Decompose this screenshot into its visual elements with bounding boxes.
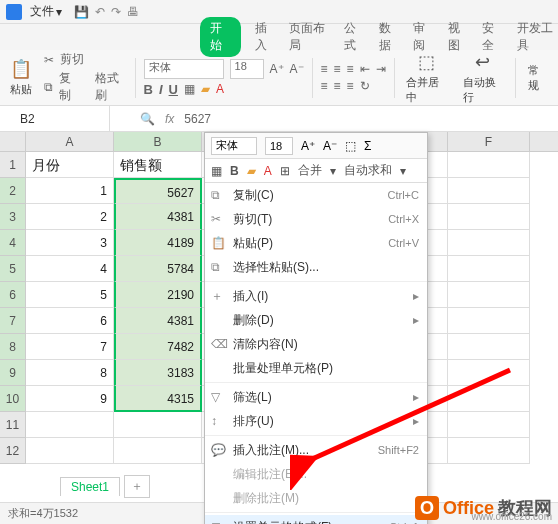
menu-batch[interactable]: 批量处理单元格(P) bbox=[205, 356, 427, 380]
orientation-icon[interactable]: ↻ bbox=[360, 79, 370, 93]
italic-button[interactable]: I bbox=[159, 82, 163, 97]
cell[interactable] bbox=[448, 386, 530, 412]
cell[interactable]: 月份 bbox=[26, 152, 114, 178]
cell[interactable] bbox=[26, 438, 114, 464]
cell[interactable]: 4 bbox=[26, 256, 114, 282]
zoom-icon[interactable]: 🔍 bbox=[140, 112, 155, 126]
menu-delete[interactable]: 删除(D)▸ bbox=[205, 308, 427, 332]
tab-data[interactable]: 数据 bbox=[379, 20, 400, 54]
increase-font-icon[interactable]: A⁺ bbox=[270, 62, 284, 76]
cell[interactable] bbox=[448, 334, 530, 360]
cell[interactable]: 3183 bbox=[114, 360, 202, 386]
indent-right-icon[interactable]: ⇥ bbox=[376, 62, 386, 76]
row-header[interactable]: 5 bbox=[0, 256, 26, 282]
wrap-button[interactable]: ↩自动换行 bbox=[459, 49, 507, 107]
cell[interactable] bbox=[448, 360, 530, 386]
mini-size[interactable]: 18 bbox=[265, 137, 293, 155]
row-header[interactable]: 7 bbox=[0, 308, 26, 334]
mini-merge-label[interactable]: 合并 bbox=[298, 162, 322, 179]
cell[interactable] bbox=[448, 152, 530, 178]
mini-format-icon[interactable]: ⊞ bbox=[280, 164, 290, 178]
fill-color-icon[interactable]: ▰ bbox=[201, 82, 210, 96]
font-color-icon[interactable]: A bbox=[216, 82, 224, 96]
merge-button[interactable]: ⬚合并居中 bbox=[402, 49, 450, 107]
cell[interactable] bbox=[26, 412, 114, 438]
mini-font-color-icon[interactable]: A bbox=[264, 164, 272, 178]
cell[interactable]: 1 bbox=[26, 178, 114, 204]
row-header[interactable]: 11 bbox=[0, 412, 26, 438]
menu-cut[interactable]: ✂剪切(T)Ctrl+X bbox=[205, 207, 427, 231]
menu-insert[interactable]: ＋插入(I)▸ bbox=[205, 284, 427, 308]
mini-fill-icon[interactable]: ▰ bbox=[247, 164, 256, 178]
size-combo[interactable]: 18 bbox=[230, 59, 264, 79]
paste-button[interactable]: 📋粘贴 bbox=[6, 56, 36, 99]
align-bottom-icon[interactable]: ≡ bbox=[347, 62, 354, 76]
row-header[interactable]: 3 bbox=[0, 204, 26, 230]
increase-font-icon[interactable]: A⁺ bbox=[301, 139, 315, 153]
cell[interactable]: 6 bbox=[26, 308, 114, 334]
save-icon[interactable]: 💾 bbox=[74, 5, 89, 19]
decrease-font-icon[interactable]: A⁻ bbox=[290, 62, 304, 76]
menu-sort[interactable]: ↕排序(U)▸ bbox=[205, 409, 427, 433]
row-header[interactable]: 4 bbox=[0, 230, 26, 256]
cell[interactable]: 销售额 bbox=[114, 152, 202, 178]
cell[interactable] bbox=[448, 308, 530, 334]
align-right-icon[interactable]: ≡ bbox=[347, 79, 354, 93]
name-box[interactable]: B2 bbox=[0, 106, 110, 131]
print-icon[interactable]: 🖶 bbox=[127, 5, 139, 19]
tab-dev[interactable]: 开发工具 bbox=[517, 20, 558, 54]
tab-formula[interactable]: 公式 bbox=[344, 20, 365, 54]
cut-label[interactable]: 剪切 bbox=[60, 51, 84, 68]
menu-filter[interactable]: ▽筛选(L)▸ bbox=[205, 385, 427, 409]
menu-paste[interactable]: 📋粘贴(P)Ctrl+V bbox=[205, 231, 427, 255]
cell[interactable] bbox=[114, 412, 202, 438]
row-header[interactable]: 8 bbox=[0, 334, 26, 360]
row-header[interactable]: 10 bbox=[0, 386, 26, 412]
menu-paste-special[interactable]: ⧉选择性粘贴(S)... bbox=[205, 255, 427, 279]
cell[interactable] bbox=[448, 178, 530, 204]
undo-icon[interactable]: ↶ bbox=[95, 5, 105, 19]
border-icon[interactable]: ▦ bbox=[184, 82, 195, 96]
sheet-tab[interactable]: Sheet1 bbox=[60, 477, 120, 496]
cell[interactable]: 4189 bbox=[114, 230, 202, 256]
decrease-font-icon[interactable]: A⁻ bbox=[323, 139, 337, 153]
cell[interactable]: 3 bbox=[26, 230, 114, 256]
row-header[interactable]: 9 bbox=[0, 360, 26, 386]
cell[interactable]: 2 bbox=[26, 204, 114, 230]
cell[interactable] bbox=[448, 438, 530, 464]
fx-icon[interactable]: fx bbox=[165, 112, 174, 126]
align-center-icon[interactable]: ≡ bbox=[334, 79, 341, 93]
copy-icon[interactable]: ⧉ bbox=[44, 80, 53, 94]
redo-icon[interactable]: ↷ bbox=[111, 5, 121, 19]
cell[interactable]: 5 bbox=[26, 282, 114, 308]
cell[interactable]: 8 bbox=[26, 360, 114, 386]
file-menu[interactable]: 文件 ▾ bbox=[30, 3, 62, 20]
mini-sum-label[interactable]: 自动求和 bbox=[344, 162, 392, 179]
menu-format-cells[interactable]: ⊞设置单元格格式(F)...Ctrl+1 bbox=[205, 515, 427, 524]
row-header[interactable]: 6 bbox=[0, 282, 26, 308]
cell[interactable]: 4381 bbox=[114, 308, 202, 334]
cell[interactable]: 2190 bbox=[114, 282, 202, 308]
font-combo[interactable]: 宋体 bbox=[144, 59, 224, 79]
col-header[interactable]: B bbox=[114, 132, 202, 151]
underline-button[interactable]: U bbox=[169, 82, 178, 97]
mini-font[interactable]: 宋体 bbox=[211, 137, 257, 155]
formula-value[interactable]: 5627 bbox=[184, 112, 211, 126]
cell[interactable]: 9 bbox=[26, 386, 114, 412]
indent-left-icon[interactable]: ⇤ bbox=[360, 62, 370, 76]
cut-icon[interactable]: ✂ bbox=[44, 53, 54, 67]
row-header[interactable]: 1 bbox=[0, 152, 26, 178]
cell[interactable]: 7 bbox=[26, 334, 114, 360]
cell[interactable]: 5784 bbox=[114, 256, 202, 282]
align-top-icon[interactable]: ≡ bbox=[321, 62, 328, 76]
cell[interactable] bbox=[448, 412, 530, 438]
mini-bold[interactable]: B bbox=[230, 164, 239, 178]
cell[interactable] bbox=[448, 282, 530, 308]
select-all-corner[interactable] bbox=[0, 132, 26, 151]
copy-label[interactable]: 复制 bbox=[59, 70, 80, 104]
menu-insert-comment[interactable]: 💬插入批注(M)...Shift+F2 bbox=[205, 438, 427, 462]
menu-copy[interactable]: ⧉复制(C)Ctrl+C bbox=[205, 183, 427, 207]
format-painter-label[interactable]: 格式刷 bbox=[95, 70, 126, 104]
cell[interactable]: 4315 bbox=[114, 386, 202, 412]
bold-button[interactable]: B bbox=[144, 82, 153, 97]
